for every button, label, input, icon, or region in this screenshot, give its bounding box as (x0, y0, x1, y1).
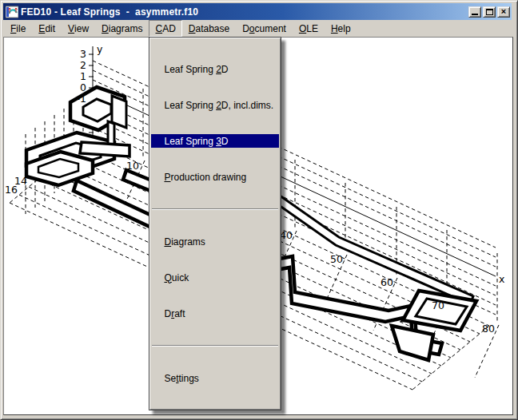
spring-eye-right-tail (392, 326, 433, 360)
menu-view[interactable]: View (62, 20, 95, 37)
menu-bar: File Edit View Diagrams CAD Leaf Spring … (3, 20, 512, 37)
menu-diagrams[interactable]: Diagrams (95, 20, 149, 37)
menu-database[interactable]: Database (182, 20, 236, 37)
menu-item-diagrams[interactable]: Diagrams (151, 235, 279, 248)
minimize-icon (472, 14, 478, 15)
title-bar[interactable]: FED10 - Leaf Springs - asymmetr.f10 × (3, 3, 512, 20)
menu-item-leaf-spring-3d[interactable]: Leaf Spring 3D (151, 134, 279, 148)
application-window: FED10 - Leaf Springs - asymmetr.f10 × Fi… (0, 0, 518, 420)
y-tick-label: 0 (80, 81, 86, 93)
menu-separator (152, 208, 278, 210)
close-button[interactable]: × (497, 6, 510, 18)
maximize-button[interactable] (483, 6, 496, 18)
window-title: FED10 - Leaf Springs - asymmetr.f10 (21, 6, 468, 18)
x-tick-label: 80 (482, 323, 495, 335)
x-tick-label: 40 (280, 229, 293, 241)
z-tick-label: 16 (5, 184, 18, 196)
x-tick-label: 70 (432, 299, 444, 311)
menu-edit[interactable]: Edit (32, 20, 62, 37)
menu-item-leaf-spring-2d-dims[interactable]: Leaf Spring 2D, incl.dims. (151, 98, 279, 112)
menu-file[interactable]: File (4, 20, 32, 37)
x-tick-label: 10 (126, 160, 139, 172)
y-tick-label: -1 (77, 93, 86, 105)
menu-item-quick[interactable]: Quick (151, 271, 279, 284)
spring-arm-band (80, 142, 130, 157)
menu-separator (152, 345, 278, 347)
x-axis-letter: x (499, 273, 504, 285)
x-tick-label: 50 (330, 253, 343, 265)
menu-document[interactable]: Document (236, 20, 293, 37)
menu-help[interactable]: Help (325, 20, 357, 37)
app-icon[interactable] (6, 6, 18, 18)
y-tick-label: 3 (80, 48, 86, 60)
maximize-icon (486, 9, 493, 15)
menu-item-production-drawing[interactable]: Production drawing (151, 170, 279, 184)
minimize-button[interactable] (468, 6, 481, 18)
menu-item-leaf-spring-2d[interactable]: Leaf Spring 2D (151, 62, 279, 76)
y-tick-label: 1 (80, 70, 86, 82)
menu-item-settings[interactable]: Settings (151, 371, 279, 385)
close-icon: × (501, 7, 506, 16)
menu-item-draft[interactable]: Draft (151, 307, 279, 320)
menu-cad[interactable]: CAD Leaf Spring 2D Leaf Spring 2D, incl.… (149, 20, 181, 37)
menu-ole[interactable]: OLE (293, 20, 325, 37)
cad-dropdown-menu: Leaf Spring 2D Leaf Spring 2D, incl.dims… (149, 37, 281, 410)
x-tick-label: 60 (381, 276, 393, 288)
y-tick-label: 2 (80, 59, 86, 71)
y-axis-letter: y (97, 43, 103, 55)
